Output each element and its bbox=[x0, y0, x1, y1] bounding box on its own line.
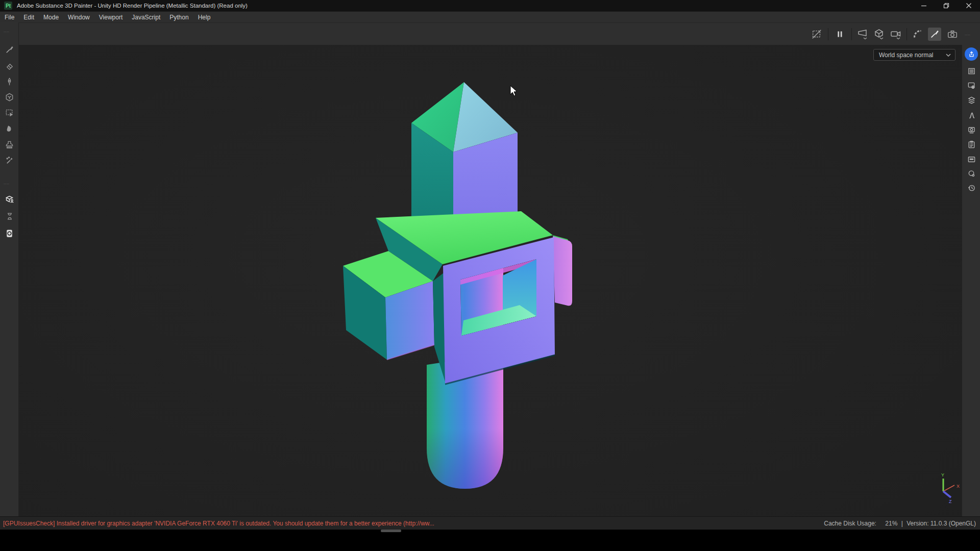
smudge-tool[interactable] bbox=[3, 122, 16, 136]
material-picker-tool[interactable] bbox=[3, 154, 16, 167]
plugins-dock-handle[interactable]: ┈┈ bbox=[4, 182, 10, 186]
menu-bar: File Edit Mode Window Viewport JavaScrip… bbox=[0, 11, 980, 22]
texture-set-settings-panel[interactable] bbox=[965, 109, 977, 121]
cache-disk-usage-value: 21% bbox=[885, 520, 897, 527]
layers-panel[interactable] bbox=[965, 94, 977, 106]
menu-item-edit[interactable]: Edit bbox=[19, 12, 39, 23]
viewer-settings-panel[interactable] bbox=[965, 123, 977, 136]
menu-item-help[interactable]: Help bbox=[193, 12, 215, 23]
minimize-button[interactable] bbox=[913, 0, 935, 11]
tools-sidebar: ┈┈ ┈┈ bbox=[0, 22, 19, 516]
toolbar-dock-handle[interactable]: ┈┈ bbox=[965, 33, 971, 37]
menu-item-python[interactable]: Python bbox=[165, 12, 193, 23]
menu-item-viewport[interactable]: Viewport bbox=[94, 12, 127, 23]
channel-selector-dropdown[interactable]: World space normal bbox=[873, 49, 955, 61]
resources-updater[interactable] bbox=[3, 227, 16, 240]
window-title: Adobe Substance 3D Painter - Unity HD Re… bbox=[17, 3, 248, 9]
app-logo-icon: Pt bbox=[4, 2, 12, 10]
tools-dock-handle[interactable]: ┈┈ bbox=[4, 30, 10, 34]
bake-textures-icon[interactable] bbox=[911, 28, 924, 41]
disable-selection-icon[interactable] bbox=[810, 28, 823, 41]
status-bar: [GPUIssuesCheck] Installed driver for gr… bbox=[0, 516, 980, 530]
perspective-view-icon[interactable] bbox=[856, 28, 869, 41]
menu-item-window[interactable]: Window bbox=[63, 12, 94, 23]
shader-settings-panel[interactable] bbox=[965, 167, 977, 180]
status-info: Cache Disk Usage: 21% | Version: 11.0.3 … bbox=[822, 520, 976, 527]
assets-shelf-panel[interactable] bbox=[965, 153, 977, 165]
chevron-down-icon bbox=[946, 54, 951, 57]
paint-mode-icon[interactable] bbox=[928, 28, 941, 41]
bottom-strip bbox=[0, 530, 980, 551]
pause-engine-icon[interactable] bbox=[833, 28, 846, 41]
texture-set-list-panel[interactable] bbox=[965, 65, 977, 77]
polygon-fill-tool[interactable] bbox=[3, 90, 16, 104]
paint-tool[interactable] bbox=[3, 43, 16, 57]
title-bar: Pt Adobe Substance 3D Painter - Unity HD… bbox=[0, 0, 980, 11]
eraser-tool[interactable] bbox=[3, 59, 16, 73]
substance-painter-window: Pt Adobe Substance 3D Painter - Unity HD… bbox=[0, 0, 980, 551]
properties-panel[interactable] bbox=[965, 138, 977, 151]
axis-x-label: X bbox=[957, 484, 960, 489]
axis-z-label: Z bbox=[949, 499, 952, 504]
display-settings-panel[interactable] bbox=[965, 79, 977, 91]
dock-sidebar bbox=[962, 45, 980, 516]
close-button[interactable] bbox=[958, 0, 980, 11]
export-button[interactable] bbox=[965, 47, 978, 61]
menu-item-file[interactable]: File bbox=[0, 12, 19, 23]
clone-tool[interactable] bbox=[3, 138, 16, 152]
render-mode-icon[interactable] bbox=[946, 28, 959, 41]
smart-selection-tool[interactable] bbox=[3, 106, 16, 120]
assets-panel[interactable] bbox=[3, 192, 16, 206]
geometry-decal-icon[interactable] bbox=[872, 28, 886, 41]
projection-tool[interactable] bbox=[3, 75, 16, 89]
bakers-panel[interactable] bbox=[3, 209, 16, 223]
version-label: Version: 11.0.3 (OpenGL) bbox=[906, 520, 976, 527]
gpu-warning-text: [GPUIssuesCheck] Installed driver for gr… bbox=[3, 520, 434, 527]
viewport-3d[interactable]: Y X Z World space normal bbox=[19, 45, 962, 516]
cache-disk-usage-label: Cache Disk Usage: bbox=[824, 520, 876, 527]
menu-item-mode[interactable]: Mode bbox=[39, 12, 63, 23]
main-toolbar: ┈┈ bbox=[0, 22, 980, 45]
history-panel[interactable] bbox=[965, 182, 977, 194]
log-scrollbar-thumb[interactable] bbox=[381, 530, 401, 532]
status-separator: | bbox=[901, 520, 903, 527]
channel-selector-value: World space normal bbox=[879, 52, 934, 59]
menu-item-javascript[interactable]: JavaScript bbox=[127, 12, 165, 23]
viewport-3d-model: Y X Z bbox=[19, 45, 962, 516]
axis-y-label: Y bbox=[941, 472, 944, 478]
restore-button[interactable] bbox=[935, 0, 958, 11]
camera-projection-icon[interactable] bbox=[889, 28, 902, 41]
